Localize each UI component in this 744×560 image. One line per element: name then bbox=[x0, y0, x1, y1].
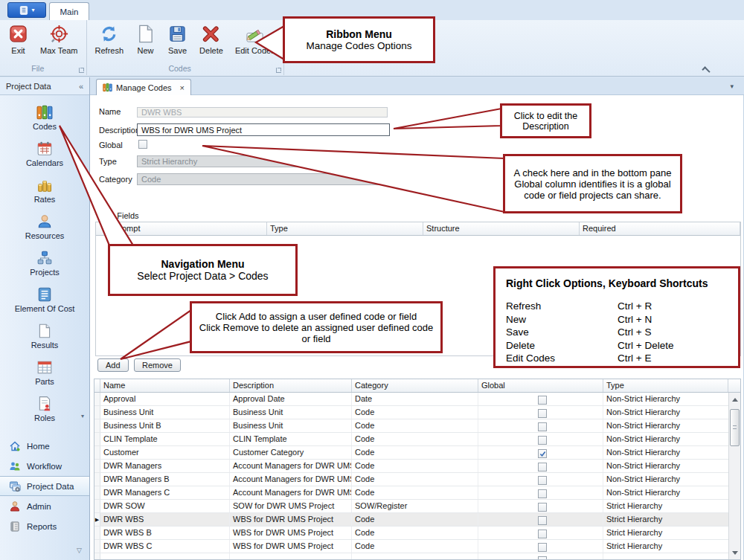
sidebar-item-rates[interactable]: Rates bbox=[0, 172, 89, 208]
user-fields-column-required[interactable]: Required bbox=[580, 222, 740, 235]
nav-item-admin[interactable]: Admin bbox=[0, 496, 89, 516]
checkbox-unchecked[interactable] bbox=[538, 489, 547, 498]
table-row[interactable]: CustomerCustomer CategoryCodeNon-Strict … bbox=[94, 446, 728, 460]
checkbox-unchecked[interactable] bbox=[538, 409, 547, 418]
checkbox-unchecked[interactable] bbox=[538, 396, 547, 405]
dialog-launcher-icon[interactable] bbox=[276, 68, 281, 73]
cell-category: Code bbox=[352, 433, 478, 445]
checkbox-unchecked[interactable] bbox=[538, 556, 547, 560]
table-row[interactable]: DWR Managers BAccount Managers for DWR U… bbox=[94, 473, 728, 486]
exit-button[interactable]: Exit bbox=[4, 22, 32, 56]
nav-item-workflow[interactable]: Workflow bbox=[0, 456, 89, 476]
global-checkbox[interactable] bbox=[138, 140, 147, 149]
table-row-selected[interactable]: ▶DWR WBSWBS for DWR UMS ProjectCodeStric… bbox=[94, 513, 728, 527]
cell-name: DWR SOW bbox=[100, 500, 230, 512]
cell-name: Approval bbox=[100, 393, 230, 405]
new-button[interactable]: New bbox=[132, 22, 159, 56]
chevron-down-icon[interactable]: ▾ bbox=[81, 413, 84, 419]
row-selector-cell bbox=[94, 553, 100, 559]
remove-button[interactable]: Remove bbox=[134, 358, 181, 372]
ribbon-tab-main[interactable]: Main bbox=[49, 2, 89, 20]
scrollbar-thumb[interactable] bbox=[730, 409, 740, 446]
cell-name: DWR Managers bbox=[100, 460, 230, 472]
sidebar-collapse-icon[interactable]: « bbox=[79, 82, 83, 91]
cell-global bbox=[478, 527, 603, 539]
save-button[interactable]: Save bbox=[164, 22, 191, 56]
user-fields-title: User Fields bbox=[97, 211, 139, 220]
table-row[interactable]: DWR SOWSOW for DWR UMS ProjectSOW/Regist… bbox=[94, 500, 728, 513]
tab-manage-codes[interactable]: Manage Codes × bbox=[96, 79, 191, 95]
tabstrip-dropdown-icon[interactable]: ▾ bbox=[730, 83, 734, 90]
sidebar-item-element-of-cost[interactable]: Element Of Cost bbox=[0, 281, 89, 318]
edit-codes-button[interactable]: Edit Codes bbox=[231, 22, 279, 56]
sidebar-item-results[interactable]: Results bbox=[0, 318, 89, 354]
sidebar-item-resources[interactable]: Resources bbox=[0, 208, 89, 245]
delete-button[interactable]: Delete bbox=[196, 22, 227, 56]
dialog-launcher-icon[interactable] bbox=[79, 68, 84, 73]
callout-ribbon-menu: Ribbon Menu Manage Codes Options bbox=[283, 16, 435, 63]
checkbox-unchecked[interactable] bbox=[538, 476, 547, 485]
checkbox-unchecked[interactable] bbox=[538, 463, 547, 472]
grid-column-name[interactable]: Name bbox=[100, 379, 230, 392]
table-row[interactable]: Business UnitBusiness UnitCodeNon-Strict… bbox=[94, 406, 728, 419]
table-row[interactable]: DWR Managers CAccount Managers for DWR U… bbox=[94, 486, 728, 500]
row-selector-cell: ▶ bbox=[94, 513, 100, 526]
scroll-down-button[interactable] bbox=[730, 547, 740, 558]
table-row[interactable]: DWR ManagersAccount Managers for DWR UMS… bbox=[94, 460, 728, 473]
ribbon-group-label: Codes bbox=[87, 64, 273, 73]
callout-navigation-menu: Navigation Menu Select Project Data > Co… bbox=[108, 244, 298, 296]
ribbon-collapse-button[interactable] bbox=[702, 62, 716, 72]
grid-column-category[interactable]: Category bbox=[352, 379, 478, 392]
roles-icon bbox=[36, 396, 53, 412]
row-selector-cell bbox=[94, 527, 100, 539]
project-data-icon bbox=[9, 480, 21, 492]
table-row[interactable]: DWR WBS CWBS for DWR UMS ProjectCodeStri… bbox=[94, 540, 728, 553]
cell-name: Business Unit B bbox=[100, 419, 230, 432]
app-menu-button[interactable]: ▾ bbox=[7, 2, 46, 18]
max-team-button[interactable]: Max Team bbox=[36, 22, 82, 56]
sidebar-item-codes[interactable]: Codes bbox=[0, 99, 89, 135]
tab-close-icon[interactable]: × bbox=[180, 83, 185, 92]
nav-item-home[interactable]: Home bbox=[0, 436, 89, 456]
table-row[interactable]: CLIN TemplateCLIN TemplateCodeNon-Strict… bbox=[94, 433, 728, 446]
cell-type: Strict Hierarchy bbox=[603, 540, 728, 553]
checkbox-unchecked[interactable] bbox=[538, 503, 547, 512]
user-fields-column-type[interactable]: Type bbox=[267, 222, 423, 235]
parts-icon bbox=[36, 359, 53, 376]
row-selector-cell bbox=[94, 500, 100, 512]
cell-category: Code bbox=[352, 540, 478, 553]
sidebar-item-calendars[interactable]: Calendars bbox=[0, 135, 89, 172]
checkbox-unchecked[interactable] bbox=[538, 516, 547, 525]
refresh-button[interactable]: Refresh bbox=[92, 22, 128, 56]
checkbox-unchecked[interactable] bbox=[538, 436, 547, 445]
nav-item-project-data[interactable]: Project Data bbox=[0, 476, 89, 496]
scroll-up-button[interactable] bbox=[730, 394, 740, 405]
checkbox-unchecked[interactable] bbox=[538, 422, 547, 431]
table-row[interactable]: DWR WBS BWBS for DWR UMS ProjectCodeStri… bbox=[94, 527, 728, 540]
checkbox-checked[interactable] bbox=[538, 449, 547, 458]
table-row[interactable]: ApprovalApproval DateDateNon-Strict Hier… bbox=[94, 393, 728, 406]
sidebar-item-projects[interactable]: Projects bbox=[0, 245, 89, 281]
table-row[interactable] bbox=[94, 553, 728, 559]
shortcut-action: Delete bbox=[506, 339, 618, 353]
type-field: Strict Hierarchy bbox=[137, 155, 388, 167]
workflow-icon bbox=[9, 460, 21, 472]
checkbox-unchecked[interactable] bbox=[538, 543, 547, 552]
sidebar-overflow-chevron[interactable]: ▽ bbox=[77, 547, 82, 554]
grid-column-description[interactable]: Description bbox=[230, 379, 352, 392]
grid-column-type[interactable]: Type bbox=[603, 379, 728, 392]
nav-item-reports[interactable]: Reports bbox=[0, 516, 89, 536]
add-button[interactable]: Add bbox=[97, 358, 129, 372]
checkbox-unchecked[interactable] bbox=[538, 530, 547, 538]
grid-column-global[interactable]: Global bbox=[478, 379, 603, 392]
cell-name: Customer bbox=[100, 446, 230, 459]
ribbon-group-label: File bbox=[0, 64, 76, 73]
shortcut-action: Save bbox=[506, 326, 618, 339]
description-field[interactable]: WBS for DWR UMS Project bbox=[137, 123, 390, 136]
user-fields-column-prompt[interactable]: Prompt bbox=[111, 222, 267, 235]
sidebar-item-roles[interactable]: Roles▾ bbox=[0, 390, 89, 427]
grid-scrollbar[interactable] bbox=[728, 393, 740, 559]
user-fields-column-structure[interactable]: Structure bbox=[423, 222, 580, 235]
sidebar-item-parts[interactable]: Parts bbox=[0, 354, 89, 390]
table-row[interactable]: Business Unit BBusiness UnitCodeNon-Stri… bbox=[94, 419, 728, 433]
